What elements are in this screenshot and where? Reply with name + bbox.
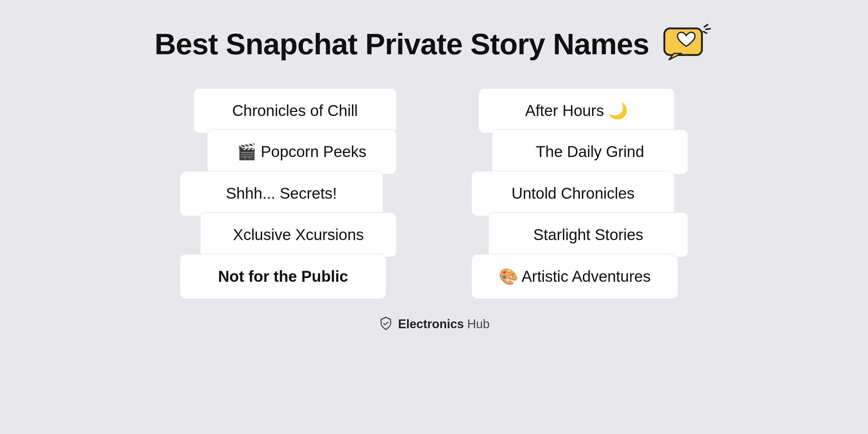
list-item: The Daily Grind <box>492 129 688 174</box>
brand-name: Electronics Hub <box>398 317 490 331</box>
list-item: Xclusive Xcursions <box>200 212 397 257</box>
right-column: After Hours 🌙 The Daily Grind Untold Chr… <box>471 88 688 299</box>
left-column: Chronicles of Chill 🎬 Popcorn Peeks Shhh… <box>180 88 397 299</box>
page-title: Best Snapchat Private Story Names <box>155 27 649 61</box>
list-item: Not for the Public <box>180 254 387 299</box>
svg-line-3 <box>706 29 710 29</box>
list-item: 🎨 Artistic Adventures <box>471 254 678 299</box>
svg-line-4 <box>704 32 707 33</box>
electronics-hub-icon <box>378 316 393 332</box>
snapchat-icon <box>659 24 713 64</box>
main-content: Chronicles of Chill 🎬 Popcorn Peeks Shhh… <box>180 88 688 299</box>
list-item: Shhh... Secrets! <box>180 171 383 216</box>
list-item: 🎬 Popcorn Peeks <box>207 129 397 174</box>
svg-line-2 <box>705 25 708 27</box>
list-item: Starlight Stories <box>488 212 688 257</box>
list-item: Untold Chronicles <box>471 171 675 216</box>
footer: Electronics Hub <box>378 316 490 346</box>
header: Best Snapchat Private Story Names <box>155 24 714 64</box>
list-item: After Hours 🌙 <box>478 88 675 133</box>
brand-logo: Electronics Hub <box>378 316 490 332</box>
list-item: Chronicles of Chill <box>193 88 397 133</box>
